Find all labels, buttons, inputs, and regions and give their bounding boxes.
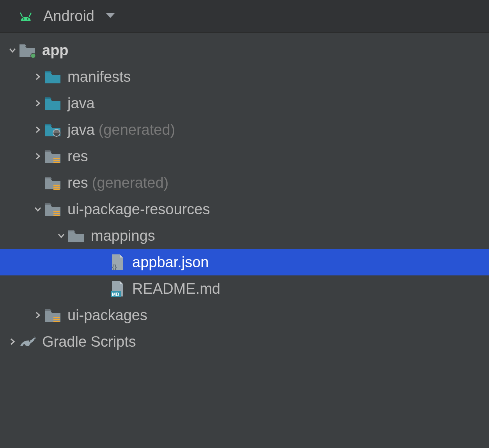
svg-text:{}: {}: [112, 264, 117, 270]
chevron-right-icon[interactable]: [33, 72, 43, 81]
resource-folder-icon: [43, 307, 63, 324]
android-icon: [18, 8, 34, 25]
resource-folder-icon: [43, 148, 63, 165]
node-suffix: (generated): [92, 175, 168, 191]
resource-folder-icon: [43, 201, 63, 218]
tree-node-gradle-scripts[interactable]: Gradle Scripts: [0, 328, 489, 355]
resource-folder-icon: [43, 174, 63, 191]
svg-rect-7: [53, 158, 60, 159]
tree-node-ui-packages[interactable]: ui-packages: [0, 302, 489, 328]
svg-rect-19: [53, 317, 60, 318]
json-file-icon: {}: [107, 254, 128, 271]
node-label: ui-package-resources: [67, 201, 210, 218]
folder-icon: [43, 95, 63, 112]
tree-node-manifests[interactable]: manifests: [0, 63, 489, 90]
svg-rect-12: [53, 189, 60, 190]
generated-folder-icon: [43, 121, 63, 138]
node-label: app: [42, 42, 69, 59]
project-tree: app manifests java: [0, 33, 489, 355]
chevron-right-icon[interactable]: [33, 152, 43, 161]
svg-rect-15: [53, 215, 60, 216]
chevron-right-icon[interactable]: [33, 310, 43, 320]
svg-rect-13: [53, 211, 60, 212]
svg-rect-20: [53, 319, 60, 320]
markdown-file-icon: MD: [107, 280, 128, 297]
svg-point-3: [27, 18, 28, 19]
node-label: res: [67, 175, 88, 191]
svg-point-22: [29, 340, 30, 342]
svg-rect-14: [53, 213, 60, 214]
tree-node-res-generated[interactable]: res (generated): [0, 169, 489, 196]
view-selector-label: Android: [43, 8, 94, 25]
node-label: manifests: [67, 69, 131, 85]
svg-line-1: [29, 13, 31, 16]
chevron-down-icon[interactable]: [57, 231, 66, 240]
chevron-down-icon[interactable]: [8, 46, 17, 55]
node-label: java: [67, 122, 95, 138]
svg-rect-21: [53, 321, 60, 322]
tree-node-readme-md[interactable]: MD README.md: [0, 275, 489, 302]
svg-text:MD: MD: [112, 292, 119, 297]
svg-rect-10: [53, 185, 60, 186]
node-label: Gradle Scripts: [42, 333, 136, 350]
chevron-right-icon[interactable]: [33, 99, 43, 108]
chevron-down-icon[interactable]: [33, 205, 43, 214]
tree-node-ui-package-resources[interactable]: ui-package-resources: [0, 196, 489, 222]
chevron-right-icon[interactable]: [33, 125, 43, 134]
node-label: appbar.json: [132, 254, 209, 271]
node-suffix: (generated): [99, 122, 175, 138]
tree-node-java[interactable]: java: [0, 90, 489, 116]
svg-rect-11: [53, 187, 60, 188]
module-folder-icon: [17, 42, 37, 59]
tree-node-mappings[interactable]: mappings: [0, 222, 489, 249]
tree-node-appbar-json[interactable]: {} appbar.json: [0, 249, 489, 275]
folder-icon: [66, 227, 86, 244]
svg-point-2: [23, 18, 24, 19]
chevron-down-icon[interactable]: [105, 12, 115, 21]
tree-node-res[interactable]: res: [0, 143, 489, 169]
project-view-header[interactable]: Android: [0, 0, 489, 33]
svg-rect-8: [53, 160, 60, 161]
node-label: java: [67, 95, 95, 112]
svg-rect-9: [53, 162, 60, 163]
chevron-right-icon[interactable]: [8, 337, 17, 346]
node-label: res: [67, 148, 88, 165]
node-label: README.md: [132, 280, 220, 297]
node-label: ui-packages: [67, 307, 147, 324]
svg-line-0: [21, 13, 22, 16]
node-label: mappings: [91, 228, 155, 244]
tree-node-app[interactable]: app: [0, 37, 489, 63]
tree-node-java-generated[interactable]: java (generated): [0, 116, 489, 143]
folder-icon: [43, 68, 63, 85]
svg-point-5: [31, 54, 35, 58]
gradle-icon: [17, 333, 37, 350]
